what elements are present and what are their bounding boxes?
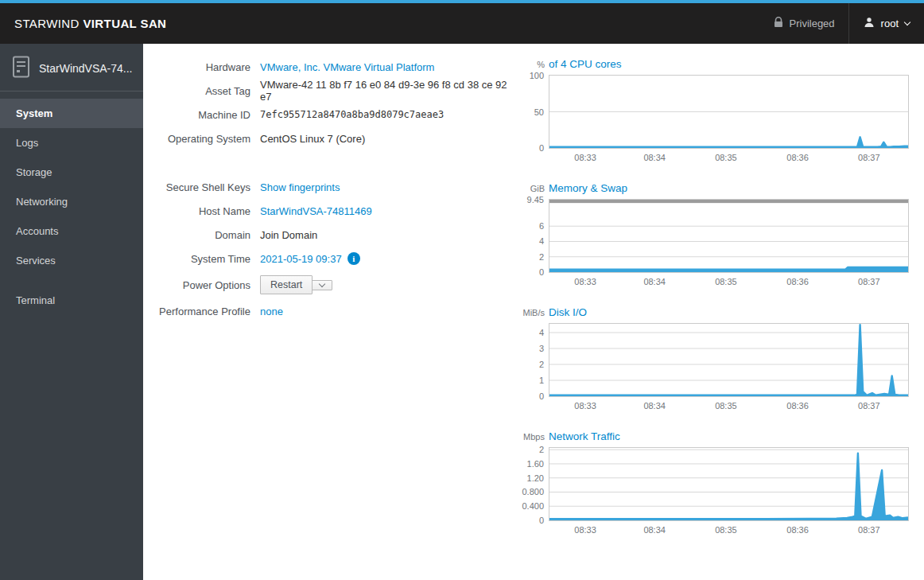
privileged-indicator[interactable]: Privileged	[760, 3, 848, 44]
secure-shell-keys-value: Show fingerprints	[260, 181, 340, 193]
system-time-label: System Time	[143, 253, 250, 265]
y-tick-label: 2	[539, 252, 544, 262]
field-row-hardware: HardwareVMware, Inc. VMware Virtual Plat…	[143, 55, 517, 79]
hardware-link[interactable]: VMware, Inc. VMware Virtual Platform	[260, 61, 434, 73]
chart-network-xaxis: 08:3308:3408:3508:3608:37	[517, 521, 924, 539]
x-tick-label: 08:36	[786, 401, 809, 411]
sidebar-nav: SystemLogsStorageNetworkingAccountsServi…	[0, 99, 143, 315]
host-name-label: Host Name	[143, 205, 250, 217]
performance-profile-link[interactable]: none	[260, 306, 283, 317]
sidebar-item-accounts[interactable]: Accounts	[0, 216, 143, 246]
chart-memory-plot[interactable]	[549, 199, 909, 273]
sidebar-item-services[interactable]: Services	[0, 246, 143, 275]
x-tick-label: 08:37	[858, 525, 880, 535]
x-tick-label: 08:33	[574, 401, 596, 411]
field-row-domain: DomainJoin Domain	[143, 223, 517, 247]
sidebar: StarWindVSA-74... SystemLogsStorageNetwo…	[0, 44, 143, 580]
user-label: root	[881, 18, 899, 29]
row-spacer	[143, 150, 517, 175]
app-brand: STARWIND VIRTUAL SAN	[14, 17, 166, 30]
y-tick-label: 4	[539, 328, 544, 337]
x-tick-label: 08:37	[858, 153, 880, 162]
x-tick-label: 08:37	[858, 277, 880, 286]
operating-system-label: Operating System	[143, 133, 250, 145]
field-row-asset-tag: Asset TagVMware-42 11 8b f7 16 e0 84 d9-…	[143, 79, 517, 103]
hardware-value: VMware, Inc. VMware Virtual Platform	[260, 61, 434, 73]
x-tick-label: 08:36	[786, 153, 809, 162]
sidebar-divider	[0, 91, 143, 91]
x-tick-label: 08:36	[786, 525, 809, 535]
field-row-secure-shell-keys: Secure Shell KeysShow fingerprints	[143, 175, 517, 199]
field-row-operating-system: Operating SystemCentOS Linux 7 (Core)	[143, 127, 517, 150]
chart-cpu-unit: %	[517, 60, 549, 69]
sidebar-item-system[interactable]: System	[0, 99, 143, 128]
chart-disk-plot[interactable]	[549, 323, 909, 397]
machine-id-label: Machine ID	[143, 109, 250, 121]
asset-tag-label: Asset Tag	[143, 85, 250, 97]
brand-bold: VIRTUAL SAN	[83, 17, 166, 30]
chart-network-yaxis: 21.601.200.8000.4000	[517, 447, 549, 521]
domain-label: Domain	[143, 229, 250, 241]
sidebar-item-networking[interactable]: Networking	[0, 187, 143, 216]
power-options-toggle[interactable]	[312, 280, 332, 290]
server-icon	[12, 56, 30, 80]
chart-cpu-plot[interactable]	[549, 75, 909, 149]
power-options-label: Power Options	[143, 279, 250, 291]
user-icon	[864, 17, 875, 30]
x-tick-label: 08:35	[715, 153, 737, 162]
chart-network-plot[interactable]	[549, 447, 909, 521]
y-tick-label: 9.45	[527, 195, 544, 204]
host-label: StarWindVSA-74...	[39, 62, 133, 75]
y-tick-label: 2	[539, 445, 544, 454]
info-icon[interactable]: i	[347, 252, 360, 265]
chart-disk-unit: MiB/s	[517, 308, 549, 317]
field-row-power-options: Power OptionsRestart	[143, 271, 517, 299]
x-tick-label: 08:33	[574, 277, 596, 286]
machine-id-value: 7efc955712a8470a8ba9d8079c7aeae3	[260, 109, 444, 120]
system-info-panel: HardwareVMware, Inc. VMware Virtual Plat…	[143, 53, 517, 580]
y-tick-label: 3	[539, 344, 544, 353]
domain-value: Join Domain	[260, 229, 317, 241]
field-row-performance-profile: Performance Profilenone	[143, 299, 517, 323]
y-tick-label: 2	[539, 360, 544, 369]
user-menu[interactable]: root	[849, 3, 924, 44]
chart-cpu-yaxis: 100500	[517, 75, 549, 149]
sidebar-item-logs[interactable]: Logs	[0, 128, 143, 158]
domain-action[interactable]: Join Domain	[260, 229, 317, 241]
host-name-link[interactable]: StarWindVSA-74811469	[260, 205, 372, 217]
sidebar-item-terminal[interactable]: Terminal	[0, 286, 143, 315]
x-tick-label: 08:35	[715, 277, 737, 286]
chart-cpu-title-link[interactable]: of 4 CPU cores	[549, 58, 622, 70]
lock-icon	[774, 17, 783, 30]
chevron-down-icon	[319, 280, 325, 286]
chart-cpu-xaxis: 08:3308:3408:3508:3608:37	[517, 149, 924, 167]
operating-system-text: CentOS Linux 7 (Core)	[260, 133, 365, 145]
privileged-label: Privileged	[790, 18, 835, 29]
performance-profile-value: none	[260, 306, 283, 317]
x-tick-label: 08:35	[715, 401, 737, 411]
y-tick-label: 1	[539, 376, 544, 385]
performance-profile-label: Performance Profile	[143, 306, 250, 317]
system-time-link[interactable]: 2021-05-19 09:37	[260, 253, 342, 265]
field-row-host-name: Host NameStarWindVSA-74811469	[143, 199, 517, 223]
host-name-value: StarWindVSA-74811469	[260, 205, 372, 217]
chart-memory-unit: GiB	[517, 184, 549, 193]
y-tick-label: 50	[534, 107, 544, 117]
chart-network-title-link[interactable]: Network Traffic	[549, 430, 620, 442]
x-tick-label: 08:36	[786, 277, 809, 286]
chart-disk-xaxis: 08:3308:3408:3508:3608:37	[517, 397, 924, 415]
main-content: HardwareVMware, Inc. VMware Virtual Plat…	[143, 44, 924, 580]
sidebar-item-storage[interactable]: Storage	[0, 158, 143, 187]
y-tick-label: 6	[539, 221, 544, 231]
chart-memory-title-link[interactable]: Memory & Swap	[549, 182, 627, 194]
restart-button[interactable]: Restart	[260, 275, 313, 294]
chart-memory: GiBMemory & Swap9.45642008:3308:3408:350…	[517, 182, 924, 291]
chart-disk-title-link[interactable]: Disk I/O	[549, 306, 587, 318]
chart-network-unit: Mbps	[517, 432, 549, 442]
chart-network: MbpsNetwork Traffic21.601.200.8000.40000…	[517, 430, 924, 539]
y-tick-label: 1.60	[527, 459, 544, 469]
secure-shell-keys-link[interactable]: Show fingerprints	[260, 181, 340, 193]
y-tick-label: 4	[539, 236, 544, 246]
x-tick-label: 08:37	[858, 401, 880, 411]
field-row-system-time: System Time2021-05-19 09:37i	[143, 247, 517, 271]
